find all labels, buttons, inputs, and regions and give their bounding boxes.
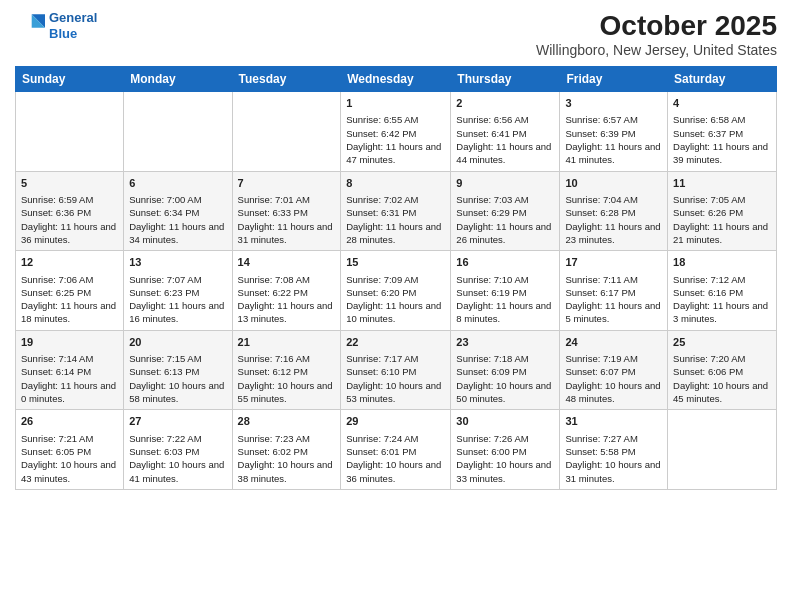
day-number: 30 [456, 414, 554, 429]
daylight-text: Daylight: 10 hours and 43 minutes. [21, 458, 118, 485]
day-number: 13 [129, 255, 226, 270]
sunrise-text: Sunrise: 7:11 AM [565, 273, 662, 286]
sunrise-text: Sunrise: 7:01 AM [238, 193, 336, 206]
sunrise-text: Sunrise: 7:16 AM [238, 352, 336, 365]
sunset-text: Sunset: 6:09 PM [456, 365, 554, 378]
subtitle: Willingboro, New Jersey, United States [536, 42, 777, 58]
generalblue-logo-icon [15, 11, 45, 41]
sunrise-text: Sunrise: 6:59 AM [21, 193, 118, 206]
calendar-cell: 17Sunrise: 7:11 AMSunset: 6:17 PMDayligh… [560, 251, 668, 331]
sunrise-text: Sunrise: 6:57 AM [565, 113, 662, 126]
daylight-text: Daylight: 11 hours and 44 minutes. [456, 140, 554, 167]
sunset-text: Sunset: 6:00 PM [456, 445, 554, 458]
day-number: 5 [21, 176, 118, 191]
sunset-text: Sunset: 6:02 PM [238, 445, 336, 458]
calendar-week-row: 26Sunrise: 7:21 AMSunset: 6:05 PMDayligh… [16, 410, 777, 490]
calendar-cell: 2Sunrise: 6:56 AMSunset: 6:41 PMDaylight… [451, 92, 560, 172]
daylight-text: Daylight: 11 hours and 8 minutes. [456, 299, 554, 326]
sunrise-text: Sunrise: 7:17 AM [346, 352, 445, 365]
sunset-text: Sunset: 6:01 PM [346, 445, 445, 458]
calendar-cell [124, 92, 232, 172]
sunset-text: Sunset: 6:41 PM [456, 127, 554, 140]
day-number: 28 [238, 414, 336, 429]
calendar-cell: 6Sunrise: 7:00 AMSunset: 6:34 PMDaylight… [124, 171, 232, 251]
sunrise-text: Sunrise: 7:10 AM [456, 273, 554, 286]
day-number: 12 [21, 255, 118, 270]
daylight-text: Daylight: 11 hours and 39 minutes. [673, 140, 771, 167]
day-number: 2 [456, 96, 554, 111]
calendar-cell: 8Sunrise: 7:02 AMSunset: 6:31 PMDaylight… [341, 171, 451, 251]
calendar-cell: 30Sunrise: 7:26 AMSunset: 6:00 PMDayligh… [451, 410, 560, 490]
daylight-text: Daylight: 11 hours and 26 minutes. [456, 220, 554, 247]
sunset-text: Sunset: 6:07 PM [565, 365, 662, 378]
calendar-cell: 24Sunrise: 7:19 AMSunset: 6:07 PMDayligh… [560, 330, 668, 410]
daylight-text: Daylight: 10 hours and 36 minutes. [346, 458, 445, 485]
calendar-cell: 1Sunrise: 6:55 AMSunset: 6:42 PMDaylight… [341, 92, 451, 172]
day-number: 27 [129, 414, 226, 429]
day-number: 22 [346, 335, 445, 350]
day-number: 11 [673, 176, 771, 191]
sunrise-text: Sunrise: 7:24 AM [346, 432, 445, 445]
day-number: 19 [21, 335, 118, 350]
header: General Blue October 2025 Willingboro, N… [15, 10, 777, 58]
calendar-table: SundayMondayTuesdayWednesdayThursdayFrid… [15, 66, 777, 490]
sunset-text: Sunset: 6:37 PM [673, 127, 771, 140]
daylight-text: Daylight: 11 hours and 5 minutes. [565, 299, 662, 326]
day-number: 18 [673, 255, 771, 270]
day-number: 29 [346, 414, 445, 429]
calendar-cell: 11Sunrise: 7:05 AMSunset: 6:26 PMDayligh… [668, 171, 777, 251]
calendar-cell: 19Sunrise: 7:14 AMSunset: 6:14 PMDayligh… [16, 330, 124, 410]
calendar-cell: 12Sunrise: 7:06 AMSunset: 6:25 PMDayligh… [16, 251, 124, 331]
day-number: 26 [21, 414, 118, 429]
daylight-text: Daylight: 10 hours and 58 minutes. [129, 379, 226, 406]
logo: General Blue [15, 10, 97, 41]
weekday-header-wednesday: Wednesday [341, 67, 451, 92]
sunrise-text: Sunrise: 7:07 AM [129, 273, 226, 286]
sunrise-text: Sunrise: 7:04 AM [565, 193, 662, 206]
day-number: 31 [565, 414, 662, 429]
sunrise-text: Sunrise: 7:14 AM [21, 352, 118, 365]
day-number: 1 [346, 96, 445, 111]
calendar-cell: 4Sunrise: 6:58 AMSunset: 6:37 PMDaylight… [668, 92, 777, 172]
sunset-text: Sunset: 6:31 PM [346, 206, 445, 219]
sunset-text: Sunset: 6:28 PM [565, 206, 662, 219]
logo-text: General Blue [49, 10, 97, 41]
sunrise-text: Sunrise: 7:18 AM [456, 352, 554, 365]
daylight-text: Daylight: 11 hours and 28 minutes. [346, 220, 445, 247]
sunrise-text: Sunrise: 7:27 AM [565, 432, 662, 445]
title-block: October 2025 Willingboro, New Jersey, Un… [536, 10, 777, 58]
sunset-text: Sunset: 6:05 PM [21, 445, 118, 458]
sunset-text: Sunset: 6:36 PM [21, 206, 118, 219]
daylight-text: Daylight: 10 hours and 55 minutes. [238, 379, 336, 406]
calendar-cell: 27Sunrise: 7:22 AMSunset: 6:03 PMDayligh… [124, 410, 232, 490]
weekday-header-thursday: Thursday [451, 67, 560, 92]
sunrise-text: Sunrise: 7:19 AM [565, 352, 662, 365]
calendar-week-row: 1Sunrise: 6:55 AMSunset: 6:42 PMDaylight… [16, 92, 777, 172]
calendar-cell: 28Sunrise: 7:23 AMSunset: 6:02 PMDayligh… [232, 410, 341, 490]
sunrise-text: Sunrise: 7:21 AM [21, 432, 118, 445]
sunrise-text: Sunrise: 6:55 AM [346, 113, 445, 126]
weekday-header-tuesday: Tuesday [232, 67, 341, 92]
daylight-text: Daylight: 10 hours and 31 minutes. [565, 458, 662, 485]
weekday-header-sunday: Sunday [16, 67, 124, 92]
calendar-cell: 31Sunrise: 7:27 AMSunset: 5:58 PMDayligh… [560, 410, 668, 490]
daylight-text: Daylight: 11 hours and 41 minutes. [565, 140, 662, 167]
day-number: 21 [238, 335, 336, 350]
calendar-week-row: 19Sunrise: 7:14 AMSunset: 6:14 PMDayligh… [16, 330, 777, 410]
day-number: 3 [565, 96, 662, 111]
calendar-cell: 25Sunrise: 7:20 AMSunset: 6:06 PMDayligh… [668, 330, 777, 410]
sunset-text: Sunset: 6:13 PM [129, 365, 226, 378]
calendar-cell [16, 92, 124, 172]
day-number: 15 [346, 255, 445, 270]
sunrise-text: Sunrise: 6:56 AM [456, 113, 554, 126]
calendar-cell: 13Sunrise: 7:07 AMSunset: 6:23 PMDayligh… [124, 251, 232, 331]
calendar-week-row: 5Sunrise: 6:59 AMSunset: 6:36 PMDaylight… [16, 171, 777, 251]
daylight-text: Daylight: 11 hours and 16 minutes. [129, 299, 226, 326]
sunset-text: Sunset: 6:22 PM [238, 286, 336, 299]
calendar-cell: 3Sunrise: 6:57 AMSunset: 6:39 PMDaylight… [560, 92, 668, 172]
daylight-text: Daylight: 11 hours and 10 minutes. [346, 299, 445, 326]
logo-line1: General [49, 10, 97, 25]
sunrise-text: Sunrise: 7:05 AM [673, 193, 771, 206]
day-number: 20 [129, 335, 226, 350]
day-number: 7 [238, 176, 336, 191]
